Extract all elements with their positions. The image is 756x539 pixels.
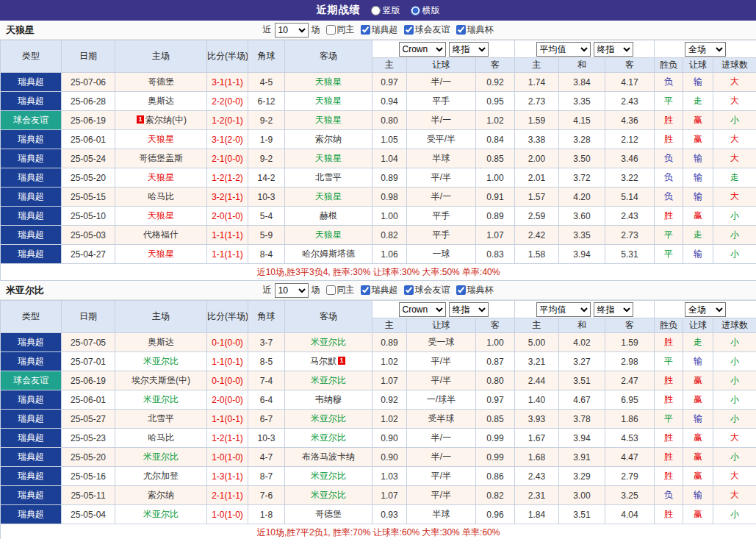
- home-team-cell[interactable]: 索尔纳: [115, 486, 207, 505]
- club-friendly-checkbox[interactable]: [404, 285, 414, 295]
- league-type-cell[interactable]: 瑞典超: [1, 448, 62, 467]
- away-team-cell[interactable]: 布洛马波卡纳: [285, 448, 372, 467]
- team-link[interactable]: 天狼星: [315, 229, 342, 240]
- checkbox-same-home[interactable]: 同主: [326, 24, 355, 36]
- team-link[interactable]: 米亚尔比: [311, 375, 346, 385]
- home-team-cell[interactable]: 天狼星: [115, 207, 207, 226]
- team-link[interactable]: 米亚尔比: [311, 337, 346, 347]
- away-team-cell[interactable]: 米亚尔比: [285, 486, 372, 505]
- checkbox-same-home[interactable]: 同主: [326, 284, 355, 296]
- away-team-cell[interactable]: 哥德堡: [285, 505, 372, 524]
- team-link[interactable]: 索尔纳: [148, 490, 174, 500]
- away-team-cell[interactable]: 马尔默1: [285, 352, 372, 371]
- home-team-cell[interactable]: 天狼星: [115, 245, 207, 264]
- score-cell[interactable]: 1-0(1-0): [207, 448, 248, 467]
- score-cell[interactable]: 3-1(1-1): [207, 73, 248, 92]
- team-link[interactable]: 尤尔加登: [143, 471, 179, 481]
- score-cell[interactable]: 1-1(0-1): [207, 410, 248, 429]
- team-link[interactable]: 哥德堡: [315, 509, 342, 519]
- same-home-checkbox[interactable]: [326, 25, 336, 35]
- league-type-cell[interactable]: 瑞典超: [1, 352, 62, 371]
- team-link[interactable]: 北雪平: [315, 172, 342, 182]
- team-link[interactable]: 米亚尔比: [311, 413, 346, 424]
- home-team-cell[interactable]: 奥斯达: [115, 92, 207, 111]
- team-link[interactable]: 奥斯达: [148, 96, 174, 106]
- league-type-cell[interactable]: 瑞典超: [1, 410, 62, 429]
- home-team-cell[interactable]: 哈马比: [115, 188, 207, 207]
- final-index-select[interactable]: 终指: [449, 42, 489, 57]
- league-type-cell[interactable]: 瑞典超: [1, 73, 62, 92]
- swedish-cup-checkbox[interactable]: [456, 285, 466, 295]
- home-team-cell[interactable]: 哥德堡盖斯: [115, 149, 207, 168]
- score-cell[interactable]: 1-1(0-1): [207, 352, 248, 371]
- club-friendly-checkbox[interactable]: [404, 25, 414, 35]
- league-type-cell[interactable]: 瑞典超: [1, 333, 62, 352]
- team-link[interactable]: 天狼星: [315, 115, 342, 125]
- team-link[interactable]: 天狼星: [148, 210, 174, 221]
- bookmaker-select[interactable]: Crown: [399, 42, 446, 57]
- team-link[interactable]: 代格福什: [143, 229, 179, 240]
- match-count-select[interactable]: 10: [275, 23, 309, 38]
- league-type-cell[interactable]: 瑞典超: [1, 467, 62, 486]
- team-link[interactable]: 哥德堡: [148, 76, 174, 87]
- home-team-cell[interactable]: 哈马比: [115, 429, 207, 448]
- score-cell[interactable]: 2-0(0-0): [207, 390, 248, 410]
- score-cell[interactable]: 1-1(1-1): [207, 226, 248, 245]
- home-team-cell[interactable]: 北雪平: [115, 410, 207, 429]
- home-team-cell[interactable]: 米亚尔比: [115, 505, 207, 524]
- league-type-cell[interactable]: 瑞典超: [1, 486, 62, 505]
- team-link[interactable]: 埃尔夫斯堡(中): [132, 375, 190, 385]
- layout-radio-vertical[interactable]: 竖版: [371, 4, 400, 17]
- home-team-cell[interactable]: 尤尔加登: [115, 467, 207, 486]
- bookmaker-select[interactable]: Crown: [399, 302, 446, 317]
- final-index-select-2[interactable]: 终指: [594, 302, 633, 317]
- checkbox-club-friendly[interactable]: 球会友谊: [404, 24, 450, 36]
- team-link[interactable]: 天狼星: [315, 76, 342, 87]
- team-link[interactable]: 哥德堡盖斯: [139, 153, 183, 163]
- league-type-cell[interactable]: 瑞典超: [1, 505, 62, 524]
- away-team-cell[interactable]: 韦纳穆: [285, 390, 372, 410]
- away-team-cell[interactable]: 赫根: [285, 207, 372, 226]
- score-cell[interactable]: 1-2(1-2): [207, 168, 248, 188]
- team-link[interactable]: 米亚尔比: [143, 394, 179, 404]
- away-team-cell[interactable]: 米亚尔比: [285, 467, 372, 486]
- score-cell[interactable]: 3-1(2-0): [207, 130, 248, 149]
- away-team-cell[interactable]: 天狼星: [285, 149, 372, 168]
- score-cell[interactable]: 1-3(1-1): [207, 467, 248, 486]
- team-link[interactable]: 天狼星: [315, 191, 342, 201]
- horizontal-radio[interactable]: [411, 6, 420, 15]
- swedish-cup-checkbox[interactable]: [456, 25, 466, 35]
- away-team-cell[interactable]: 北雪平: [285, 168, 372, 188]
- home-team-cell[interactable]: 天狼星: [115, 168, 207, 188]
- league-type-cell[interactable]: 瑞典超: [1, 149, 62, 168]
- league-type-cell[interactable]: 瑞典超: [1, 429, 62, 448]
- home-team-cell[interactable]: 埃尔夫斯堡(中): [115, 371, 207, 390]
- team-link[interactable]: 天狼星: [315, 153, 342, 163]
- home-team-cell[interactable]: 奥斯达: [115, 333, 207, 352]
- team-link[interactable]: 米亚尔比: [143, 356, 179, 366]
- score-cell[interactable]: 2-0(1-0): [207, 207, 248, 226]
- away-team-cell[interactable]: 天狼星: [285, 73, 372, 92]
- checkbox-swedish-league[interactable]: 瑞典超: [361, 24, 398, 36]
- team-link[interactable]: 北雪平: [148, 413, 174, 424]
- team-link[interactable]: 索尔纳(中): [145, 115, 187, 125]
- score-cell[interactable]: 2-1(1-1): [207, 486, 248, 505]
- score-cell[interactable]: 1-2(1-1): [207, 429, 248, 448]
- league-type-cell[interactable]: 瑞典超: [1, 92, 62, 111]
- team-link[interactable]: 哈马比: [148, 432, 174, 443]
- away-team-cell[interactable]: 天狼星: [285, 226, 372, 245]
- swedish-league-checkbox[interactable]: [361, 25, 370, 35]
- league-type-cell[interactable]: 瑞典超: [1, 207, 62, 226]
- team-link[interactable]: 哈尔姆斯塔德: [302, 249, 355, 259]
- team-link[interactable]: 奥斯达: [148, 337, 174, 347]
- team-link[interactable]: 米亚尔比: [143, 451, 179, 462]
- score-cell[interactable]: 0-1(0-0): [207, 371, 248, 390]
- league-type-cell[interactable]: 瑞典超: [1, 226, 62, 245]
- score-cell[interactable]: 1-0(1-0): [207, 505, 248, 524]
- score-cell[interactable]: 1-1(1-1): [207, 245, 248, 264]
- home-team-cell[interactable]: 米亚尔比: [115, 352, 207, 371]
- home-team-cell[interactable]: 米亚尔比: [115, 390, 207, 410]
- team-link[interactable]: 天狼星: [148, 172, 174, 182]
- away-team-cell[interactable]: 米亚尔比: [285, 371, 372, 390]
- checkbox-swedish-cup[interactable]: 瑞典杯: [456, 284, 494, 296]
